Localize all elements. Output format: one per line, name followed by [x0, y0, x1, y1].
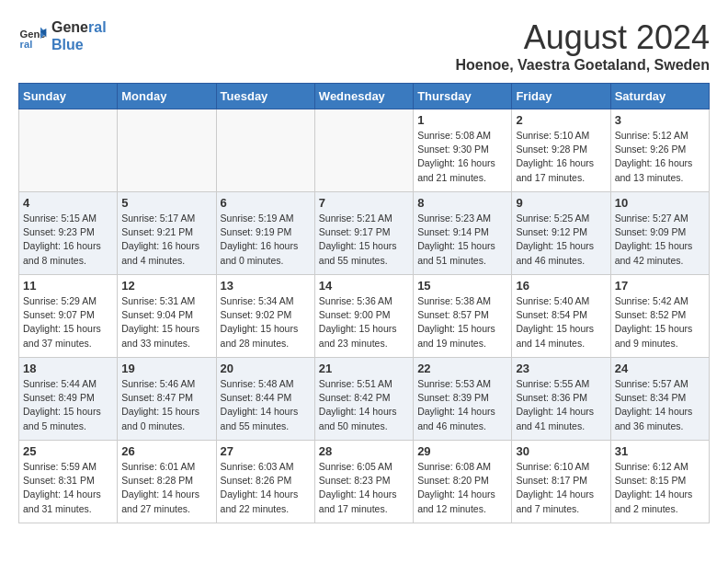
day-info: Sunrise: 5:12 AM Sunset: 9:26 PM Dayligh… [615, 129, 705, 185]
day-number: 15 [417, 279, 507, 293]
day-info: Sunrise: 5:53 AM Sunset: 8:39 PM Dayligh… [417, 377, 507, 433]
day-number: 25 [23, 444, 113, 458]
calendar-cell: 16Sunrise: 5:40 AM Sunset: 8:54 PM Dayli… [512, 275, 610, 358]
day-number: 17 [615, 279, 705, 293]
day-number: 2 [516, 113, 606, 127]
day-number: 1 [417, 113, 507, 127]
calendar-cell: 25Sunrise: 5:59 AM Sunset: 8:31 PM Dayli… [19, 441, 118, 523]
day-number: 29 [417, 444, 507, 458]
page-header: Gene ral General Blue August 2024 Hoenoe… [18, 18, 710, 74]
calendar-cell: 30Sunrise: 6:10 AM Sunset: 8:17 PM Dayli… [512, 441, 610, 523]
calendar-cell: 1Sunrise: 5:08 AM Sunset: 9:30 PM Daylig… [414, 109, 512, 192]
calendar-cell [118, 109, 216, 192]
logo: Gene ral General Blue [18, 18, 107, 53]
day-info: Sunrise: 5:19 AM Sunset: 9:19 PM Dayligh… [221, 212, 311, 268]
calendar-week-row: 1Sunrise: 5:08 AM Sunset: 9:30 PM Daylig… [19, 109, 710, 192]
calendar-cell: 11Sunrise: 5:29 AM Sunset: 9:07 PM Dayli… [19, 275, 118, 358]
calendar-week-row: 11Sunrise: 5:29 AM Sunset: 9:07 PM Dayli… [19, 275, 710, 358]
location: Hoenoe, Vaestra Goetaland, Sweden [455, 57, 710, 74]
day-info: Sunrise: 5:48 AM Sunset: 8:44 PM Dayligh… [221, 377, 311, 433]
day-number: 30 [516, 444, 606, 458]
weekday-header-friday: Friday [512, 84, 610, 109]
day-info: Sunrise: 5:44 AM Sunset: 8:49 PM Dayligh… [23, 377, 113, 433]
calendar-cell: 23Sunrise: 5:55 AM Sunset: 8:36 PM Dayli… [512, 358, 610, 441]
calendar-cell: 21Sunrise: 5:51 AM Sunset: 8:42 PM Dayli… [314, 358, 413, 441]
day-info: Sunrise: 5:40 AM Sunset: 8:54 PM Dayligh… [516, 294, 606, 350]
day-number: 4 [23, 196, 113, 210]
day-info: Sunrise: 5:08 AM Sunset: 9:30 PM Dayligh… [417, 129, 507, 185]
weekday-header-saturday: Saturday [610, 84, 709, 109]
weekday-header-tuesday: Tuesday [216, 84, 314, 109]
day-info: Sunrise: 6:03 AM Sunset: 8:26 PM Dayligh… [221, 460, 311, 516]
day-info: Sunrise: 5:36 AM Sunset: 9:00 PM Dayligh… [319, 294, 409, 350]
day-number: 18 [23, 362, 113, 375]
weekday-header-thursday: Thursday [414, 84, 512, 109]
day-info: Sunrise: 5:23 AM Sunset: 9:14 PM Dayligh… [417, 212, 507, 268]
calendar-week-row: 18Sunrise: 5:44 AM Sunset: 8:49 PM Dayli… [19, 358, 710, 441]
calendar-cell: 28Sunrise: 6:05 AM Sunset: 8:23 PM Dayli… [314, 441, 413, 523]
calendar-cell: 6Sunrise: 5:19 AM Sunset: 9:19 PM Daylig… [216, 192, 314, 275]
day-info: Sunrise: 5:29 AM Sunset: 9:07 PM Dayligh… [23, 294, 113, 350]
day-info: Sunrise: 6:05 AM Sunset: 8:23 PM Dayligh… [319, 460, 409, 516]
day-info: Sunrise: 5:17 AM Sunset: 9:21 PM Dayligh… [121, 212, 211, 268]
day-number: 3 [615, 113, 705, 127]
svg-text:ral: ral [20, 39, 33, 50]
title-block: August 2024 Hoenoe, Vaestra Goetaland, S… [455, 18, 710, 74]
calendar-cell: 22Sunrise: 5:53 AM Sunset: 8:39 PM Dayli… [414, 358, 512, 441]
day-number: 24 [615, 362, 705, 375]
calendar-cell [216, 109, 314, 192]
day-number: 28 [319, 444, 409, 458]
day-info: Sunrise: 5:25 AM Sunset: 9:12 PM Dayligh… [516, 212, 606, 268]
day-number: 23 [516, 362, 606, 375]
calendar-cell: 5Sunrise: 5:17 AM Sunset: 9:21 PM Daylig… [118, 192, 216, 275]
calendar-week-row: 25Sunrise: 5:59 AM Sunset: 8:31 PM Dayli… [19, 441, 710, 523]
weekday-header-monday: Monday [118, 84, 216, 109]
calendar-cell: 3Sunrise: 5:12 AM Sunset: 9:26 PM Daylig… [610, 109, 709, 192]
day-number: 26 [121, 444, 211, 458]
day-number: 27 [221, 444, 311, 458]
day-number: 14 [319, 279, 409, 293]
day-number: 20 [221, 362, 311, 375]
day-info: Sunrise: 5:27 AM Sunset: 9:09 PM Dayligh… [615, 212, 705, 268]
calendar-cell: 18Sunrise: 5:44 AM Sunset: 8:49 PM Dayli… [19, 358, 118, 441]
day-number: 10 [615, 196, 705, 210]
logo-line1: General [51, 18, 107, 36]
day-info: Sunrise: 5:51 AM Sunset: 8:42 PM Dayligh… [319, 377, 409, 433]
calendar-cell: 27Sunrise: 6:03 AM Sunset: 8:26 PM Dayli… [216, 441, 314, 523]
calendar-cell: 29Sunrise: 6:08 AM Sunset: 8:20 PM Dayli… [414, 441, 512, 523]
calendar-week-row: 4Sunrise: 5:15 AM Sunset: 9:23 PM Daylig… [19, 192, 710, 275]
calendar-cell: 26Sunrise: 6:01 AM Sunset: 8:28 PM Dayli… [118, 441, 216, 523]
day-info: Sunrise: 5:38 AM Sunset: 8:57 PM Dayligh… [417, 294, 507, 350]
calendar-table: SundayMondayTuesdayWednesdayThursdayFrid… [18, 83, 710, 523]
month-title: August 2024 [455, 18, 710, 57]
day-info: Sunrise: 6:01 AM Sunset: 8:28 PM Dayligh… [121, 460, 211, 516]
calendar-cell [314, 109, 413, 192]
day-number: 11 [23, 279, 113, 293]
day-info: Sunrise: 5:21 AM Sunset: 9:17 PM Dayligh… [319, 212, 409, 268]
day-info: Sunrise: 5:15 AM Sunset: 9:23 PM Dayligh… [23, 212, 113, 268]
calendar-cell: 31Sunrise: 6:12 AM Sunset: 8:15 PM Dayli… [610, 441, 709, 523]
calendar-cell: 9Sunrise: 5:25 AM Sunset: 9:12 PM Daylig… [512, 192, 610, 275]
day-info: Sunrise: 6:12 AM Sunset: 8:15 PM Dayligh… [615, 460, 705, 516]
day-number: 6 [221, 196, 311, 210]
day-info: Sunrise: 5:57 AM Sunset: 8:34 PM Dayligh… [615, 377, 705, 433]
day-number: 31 [615, 444, 705, 458]
day-info: Sunrise: 6:08 AM Sunset: 8:20 PM Dayligh… [417, 460, 507, 516]
day-number: 22 [417, 362, 507, 375]
calendar-cell: 7Sunrise: 5:21 AM Sunset: 9:17 PM Daylig… [314, 192, 413, 275]
calendar-cell: 19Sunrise: 5:46 AM Sunset: 8:47 PM Dayli… [118, 358, 216, 441]
day-info: Sunrise: 6:10 AM Sunset: 8:17 PM Dayligh… [516, 460, 606, 516]
calendar-cell: 8Sunrise: 5:23 AM Sunset: 9:14 PM Daylig… [414, 192, 512, 275]
logo-line2: Blue [51, 36, 107, 53]
calendar-cell: 20Sunrise: 5:48 AM Sunset: 8:44 PM Dayli… [216, 358, 314, 441]
calendar-cell: 15Sunrise: 5:38 AM Sunset: 8:57 PM Dayli… [414, 275, 512, 358]
day-info: Sunrise: 5:59 AM Sunset: 8:31 PM Dayligh… [23, 460, 113, 516]
calendar-cell: 14Sunrise: 5:36 AM Sunset: 9:00 PM Dayli… [314, 275, 413, 358]
day-number: 5 [121, 196, 211, 210]
weekday-header-wednesday: Wednesday [314, 84, 413, 109]
day-number: 19 [121, 362, 211, 375]
day-info: Sunrise: 5:42 AM Sunset: 8:52 PM Dayligh… [615, 294, 705, 350]
weekday-header-row: SundayMondayTuesdayWednesdayThursdayFrid… [19, 84, 710, 109]
calendar-cell: 10Sunrise: 5:27 AM Sunset: 9:09 PM Dayli… [610, 192, 709, 275]
day-number: 16 [516, 279, 606, 293]
